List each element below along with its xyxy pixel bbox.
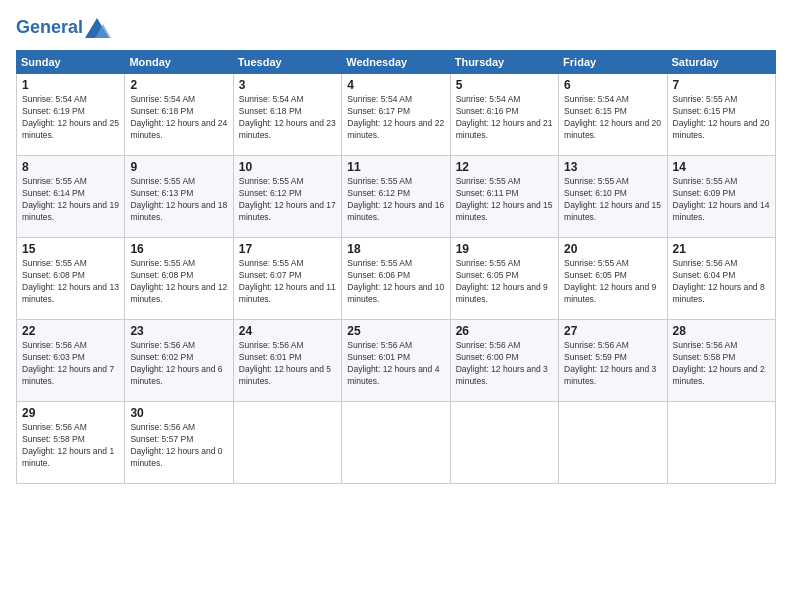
day-number: 28 [673, 324, 770, 338]
day-number: 23 [130, 324, 227, 338]
calendar-cell: 19Sunrise: 5:55 AMSunset: 6:05 PMDayligh… [450, 238, 558, 320]
day-detail: Sunrise: 5:55 AMSunset: 6:05 PMDaylight:… [456, 258, 553, 306]
day-number: 10 [239, 160, 336, 174]
calendar-cell [233, 402, 341, 484]
day-number: 19 [456, 242, 553, 256]
day-header-sunday: Sunday [17, 51, 125, 74]
calendar-cell: 3Sunrise: 5:54 AMSunset: 6:18 PMDaylight… [233, 74, 341, 156]
calendar-table: SundayMondayTuesdayWednesdayThursdayFrid… [16, 50, 776, 484]
day-detail: Sunrise: 5:56 AMSunset: 6:02 PMDaylight:… [130, 340, 227, 388]
day-detail: Sunrise: 5:55 AMSunset: 6:08 PMDaylight:… [22, 258, 119, 306]
calendar-week-4: 22Sunrise: 5:56 AMSunset: 6:03 PMDayligh… [17, 320, 776, 402]
calendar-cell: 23Sunrise: 5:56 AMSunset: 6:02 PMDayligh… [125, 320, 233, 402]
calendar-cell: 10Sunrise: 5:55 AMSunset: 6:12 PMDayligh… [233, 156, 341, 238]
logo-icon [83, 16, 111, 40]
calendar-cell: 12Sunrise: 5:55 AMSunset: 6:11 PMDayligh… [450, 156, 558, 238]
day-number: 29 [22, 406, 119, 420]
day-number: 16 [130, 242, 227, 256]
day-number: 9 [130, 160, 227, 174]
day-detail: Sunrise: 5:55 AMSunset: 6:05 PMDaylight:… [564, 258, 661, 306]
calendar-cell: 15Sunrise: 5:55 AMSunset: 6:08 PMDayligh… [17, 238, 125, 320]
day-number: 30 [130, 406, 227, 420]
day-detail: Sunrise: 5:56 AMSunset: 5:58 PMDaylight:… [673, 340, 770, 388]
day-number: 18 [347, 242, 444, 256]
day-detail: Sunrise: 5:56 AMSunset: 6:01 PMDaylight:… [239, 340, 336, 388]
calendar-cell [450, 402, 558, 484]
day-number: 4 [347, 78, 444, 92]
day-detail: Sunrise: 5:54 AMSunset: 6:15 PMDaylight:… [564, 94, 661, 142]
calendar-cell: 5Sunrise: 5:54 AMSunset: 6:16 PMDaylight… [450, 74, 558, 156]
day-number: 20 [564, 242, 661, 256]
day-detail: Sunrise: 5:56 AMSunset: 6:01 PMDaylight:… [347, 340, 444, 388]
calendar-cell: 2Sunrise: 5:54 AMSunset: 6:18 PMDaylight… [125, 74, 233, 156]
day-number: 26 [456, 324, 553, 338]
day-detail: Sunrise: 5:54 AMSunset: 6:16 PMDaylight:… [456, 94, 553, 142]
page-header: General [16, 16, 776, 40]
day-detail: Sunrise: 5:55 AMSunset: 6:06 PMDaylight:… [347, 258, 444, 306]
day-detail: Sunrise: 5:55 AMSunset: 6:11 PMDaylight:… [456, 176, 553, 224]
calendar-cell: 28Sunrise: 5:56 AMSunset: 5:58 PMDayligh… [667, 320, 775, 402]
calendar-cell: 24Sunrise: 5:56 AMSunset: 6:01 PMDayligh… [233, 320, 341, 402]
day-detail: Sunrise: 5:56 AMSunset: 6:04 PMDaylight:… [673, 258, 770, 306]
calendar-cell: 22Sunrise: 5:56 AMSunset: 6:03 PMDayligh… [17, 320, 125, 402]
calendar-week-5: 29Sunrise: 5:56 AMSunset: 5:58 PMDayligh… [17, 402, 776, 484]
day-detail: Sunrise: 5:54 AMSunset: 6:17 PMDaylight:… [347, 94, 444, 142]
day-number: 1 [22, 78, 119, 92]
calendar-cell: 4Sunrise: 5:54 AMSunset: 6:17 PMDaylight… [342, 74, 450, 156]
day-detail: Sunrise: 5:54 AMSunset: 6:18 PMDaylight:… [130, 94, 227, 142]
day-detail: Sunrise: 5:55 AMSunset: 6:12 PMDaylight:… [347, 176, 444, 224]
page-container: General SundayMondayTuesdayWednesdayThur… [0, 0, 792, 612]
calendar-cell: 26Sunrise: 5:56 AMSunset: 6:00 PMDayligh… [450, 320, 558, 402]
day-detail: Sunrise: 5:56 AMSunset: 5:58 PMDaylight:… [22, 422, 119, 470]
day-number: 8 [22, 160, 119, 174]
calendar-cell: 13Sunrise: 5:55 AMSunset: 6:10 PMDayligh… [559, 156, 667, 238]
calendar-cell: 9Sunrise: 5:55 AMSunset: 6:13 PMDaylight… [125, 156, 233, 238]
day-detail: Sunrise: 5:54 AMSunset: 6:19 PMDaylight:… [22, 94, 119, 142]
day-number: 3 [239, 78, 336, 92]
calendar-cell: 1Sunrise: 5:54 AMSunset: 6:19 PMDaylight… [17, 74, 125, 156]
calendar-week-2: 8Sunrise: 5:55 AMSunset: 6:14 PMDaylight… [17, 156, 776, 238]
day-number: 17 [239, 242, 336, 256]
calendar-cell [342, 402, 450, 484]
day-detail: Sunrise: 5:55 AMSunset: 6:08 PMDaylight:… [130, 258, 227, 306]
day-detail: Sunrise: 5:55 AMSunset: 6:15 PMDaylight:… [673, 94, 770, 142]
day-number: 14 [673, 160, 770, 174]
calendar-week-3: 15Sunrise: 5:55 AMSunset: 6:08 PMDayligh… [17, 238, 776, 320]
day-number: 15 [22, 242, 119, 256]
calendar-cell: 27Sunrise: 5:56 AMSunset: 5:59 PMDayligh… [559, 320, 667, 402]
calendar-cell: 18Sunrise: 5:55 AMSunset: 6:06 PMDayligh… [342, 238, 450, 320]
day-header-saturday: Saturday [667, 51, 775, 74]
calendar-header-row: SundayMondayTuesdayWednesdayThursdayFrid… [17, 51, 776, 74]
day-detail: Sunrise: 5:56 AMSunset: 6:00 PMDaylight:… [456, 340, 553, 388]
day-detail: Sunrise: 5:56 AMSunset: 5:57 PMDaylight:… [130, 422, 227, 470]
day-detail: Sunrise: 5:55 AMSunset: 6:09 PMDaylight:… [673, 176, 770, 224]
calendar-cell: 7Sunrise: 5:55 AMSunset: 6:15 PMDaylight… [667, 74, 775, 156]
day-number: 25 [347, 324, 444, 338]
logo-text: General [16, 18, 83, 38]
day-number: 11 [347, 160, 444, 174]
calendar-cell: 16Sunrise: 5:55 AMSunset: 6:08 PMDayligh… [125, 238, 233, 320]
day-header-wednesday: Wednesday [342, 51, 450, 74]
day-number: 13 [564, 160, 661, 174]
logo: General [16, 16, 111, 40]
day-number: 6 [564, 78, 661, 92]
calendar-cell: 20Sunrise: 5:55 AMSunset: 6:05 PMDayligh… [559, 238, 667, 320]
calendar-cell: 6Sunrise: 5:54 AMSunset: 6:15 PMDaylight… [559, 74, 667, 156]
day-number: 2 [130, 78, 227, 92]
day-detail: Sunrise: 5:55 AMSunset: 6:07 PMDaylight:… [239, 258, 336, 306]
calendar-cell: 21Sunrise: 5:56 AMSunset: 6:04 PMDayligh… [667, 238, 775, 320]
day-detail: Sunrise: 5:55 AMSunset: 6:14 PMDaylight:… [22, 176, 119, 224]
calendar-cell: 11Sunrise: 5:55 AMSunset: 6:12 PMDayligh… [342, 156, 450, 238]
calendar-cell: 29Sunrise: 5:56 AMSunset: 5:58 PMDayligh… [17, 402, 125, 484]
day-number: 27 [564, 324, 661, 338]
day-header-monday: Monday [125, 51, 233, 74]
day-number: 12 [456, 160, 553, 174]
day-number: 7 [673, 78, 770, 92]
day-header-friday: Friday [559, 51, 667, 74]
day-detail: Sunrise: 5:56 AMSunset: 5:59 PMDaylight:… [564, 340, 661, 388]
calendar-cell: 25Sunrise: 5:56 AMSunset: 6:01 PMDayligh… [342, 320, 450, 402]
day-detail: Sunrise: 5:55 AMSunset: 6:12 PMDaylight:… [239, 176, 336, 224]
calendar-cell: 8Sunrise: 5:55 AMSunset: 6:14 PMDaylight… [17, 156, 125, 238]
calendar-week-1: 1Sunrise: 5:54 AMSunset: 6:19 PMDaylight… [17, 74, 776, 156]
calendar-cell [667, 402, 775, 484]
